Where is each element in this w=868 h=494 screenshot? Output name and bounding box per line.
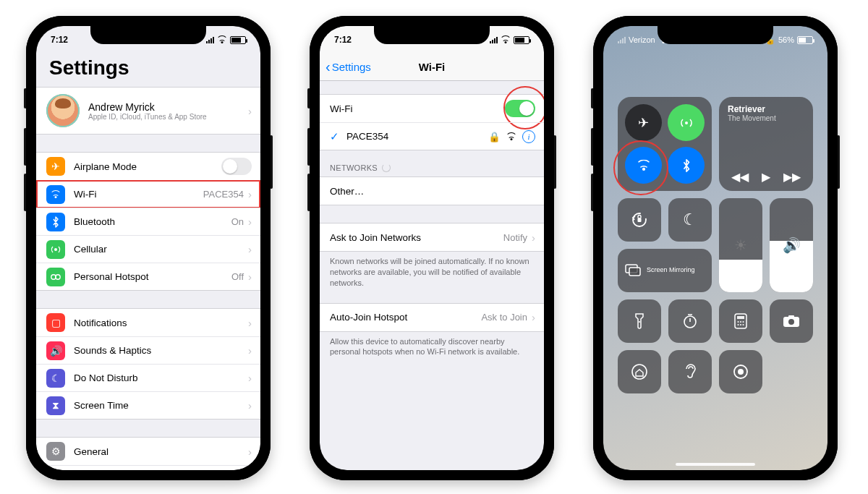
lock-icon: 🔒: [488, 131, 501, 142]
screen-record-button[interactable]: [719, 350, 762, 393]
volume-slider[interactable]: 🔊: [770, 198, 813, 292]
status-time: 7:12: [51, 35, 68, 45]
ask-to-join-row[interactable]: Ask to Join Networks Notify ›: [320, 223, 544, 251]
personal-hotspot-row[interactable]: Personal Hotspot Off ›: [36, 263, 260, 290]
home-button[interactable]: [618, 350, 661, 393]
apple-id-row[interactable]: Andrew Myrick Apple ID, iCloud, iTunes &…: [36, 88, 260, 134]
bluetooth-icon: [46, 213, 65, 231]
wifi-toggle-row[interactable]: Wi-Fi: [320, 95, 544, 122]
screen-time-row[interactable]: ⧗ Screen Time ›: [36, 391, 260, 419]
wifi-switch[interactable]: [505, 100, 535, 117]
media-title: Retriever: [728, 104, 804, 114]
general-group: ⚙ General › ☰ Control Center ›: [36, 437, 260, 470]
hearing-button[interactable]: [668, 350, 712, 393]
wifi-icon: [46, 185, 65, 204]
status-time: 7:12: [334, 35, 352, 45]
networks-header: NETWORKS: [320, 150, 544, 176]
orientation-lock-button[interactable]: [618, 198, 661, 242]
home-indicator[interactable]: [676, 463, 755, 466]
svg-point-0: [54, 248, 57, 251]
svg-point-13: [740, 321, 741, 323]
svg-point-19: [788, 319, 794, 325]
chevron-right-icon: ›: [248, 243, 252, 255]
chevron-left-icon: ‹: [326, 59, 331, 75]
volume-icon: 🔊: [783, 237, 801, 254]
bluetooth-row[interactable]: Bluetooth On ›: [36, 208, 260, 235]
nav-title: Wi-Fi: [419, 61, 446, 73]
chevron-right-icon: ›: [248, 105, 252, 117]
svg-rect-20: [788, 315, 794, 318]
airplane-mode-switch[interactable]: [221, 158, 252, 175]
notifications-row[interactable]: ▢ Notifications ›: [36, 309, 260, 336]
svg-point-8: [639, 321, 640, 323]
sounds-row[interactable]: 🔊 Sounds & Haptics ›: [36, 336, 260, 364]
back-button[interactable]: ‹ Settings: [326, 59, 371, 75]
wifi-button[interactable]: [625, 147, 662, 184]
play-icon[interactable]: ▶: [762, 170, 770, 184]
general-row[interactable]: ⚙ General ›: [36, 438, 260, 465]
ask-group: Ask to Join Networks Notify ›: [320, 223, 544, 252]
profile-name: Andrew Myrick: [88, 101, 248, 113]
media-artist: The Movement: [728, 114, 804, 122]
auto-join-hotspot-row[interactable]: Auto-Join Hotspot Ask to Join ›: [320, 304, 544, 331]
brightness-slider[interactable]: ☀: [719, 198, 762, 292]
svg-point-15: [738, 324, 739, 325]
cellular-data-button[interactable]: [668, 104, 705, 141]
moon-icon: ☾: [46, 369, 65, 388]
timer-button[interactable]: [668, 299, 712, 343]
hourglass-icon: ⧗: [46, 396, 65, 415]
hotspot-icon: [46, 268, 65, 286]
battery-icon: [230, 36, 246, 44]
connected-network-row[interactable]: ✓ PACE354 🔒 i: [320, 122, 544, 150]
gear-icon: ⚙: [46, 442, 65, 461]
notifications-icon: ▢: [46, 313, 65, 332]
flashlight-button[interactable]: [618, 299, 661, 343]
alerts-group: ▢ Notifications › 🔊 Sounds & Haptics › ☾…: [36, 308, 260, 420]
control-center-row[interactable]: ☰ Control Center ›: [36, 465, 260, 470]
antenna-icon: [46, 240, 65, 259]
svg-point-21: [632, 365, 647, 379]
dnd-row[interactable]: ☾ Do Not Disturb ›: [36, 364, 260, 391]
info-icon[interactable]: i: [522, 130, 535, 143]
airplane-mode-row[interactable]: ✈ Airplane Mode: [36, 153, 260, 180]
battery-icon: [514, 36, 529, 44]
svg-point-17: [743, 324, 744, 325]
wifi-icon: [501, 36, 511, 43]
forward-icon[interactable]: ▶▶: [783, 170, 801, 184]
page-title: Settings: [36, 54, 260, 87]
nav-bar: ‹ Settings Wi-Fi: [320, 54, 544, 81]
do-not-disturb-button[interactable]: ☾: [668, 198, 712, 242]
wifi-row[interactable]: Wi-Fi PACE354 ›: [36, 180, 260, 208]
connectivity-tile: ✈: [618, 97, 712, 191]
other-network-row[interactable]: Other…: [320, 177, 544, 205]
avatar-icon: [46, 94, 80, 127]
media-tile[interactable]: Retriever The Movement ◀◀ ▶ ▶▶: [719, 97, 813, 191]
cellular-row[interactable]: Cellular ›: [36, 235, 260, 263]
svg-point-23: [738, 369, 744, 375]
carrier-label: Verizon: [629, 35, 655, 44]
screen-mirroring-button[interactable]: Screen Mirroring: [618, 249, 712, 292]
sliders-icon: ☰: [46, 470, 65, 471]
networks-group: Other…: [320, 176, 544, 205]
screen-mirroring-icon: [625, 264, 641, 277]
cellular-signal-icon: [490, 36, 498, 43]
calculator-button[interactable]: [719, 299, 762, 343]
chevron-right-icon: ›: [248, 188, 252, 200]
profile-group: Andrew Myrick Apple ID, iCloud, iTunes &…: [36, 87, 260, 135]
phone-settings: 7:12 Settings Andrew Myrick Apple ID, iC…: [26, 16, 271, 480]
phone-control-center: Verizon 🔒 56% ✈: [593, 16, 838, 480]
bluetooth-button[interactable]: [668, 147, 705, 184]
cellular-signal-icon: [206, 36, 214, 43]
svg-point-12: [738, 321, 739, 323]
svg-rect-5: [638, 218, 642, 222]
wifi-toggle-group: Wi-Fi ✓ PACE354 🔒 i: [320, 94, 544, 150]
checkmark-icon: ✓: [330, 130, 339, 143]
airplane-icon: ✈: [46, 157, 65, 176]
battery-label: 56%: [778, 35, 794, 44]
svg-point-14: [743, 321, 744, 323]
airplane-mode-button[interactable]: ✈: [625, 104, 662, 141]
brightness-icon: ☀: [734, 237, 747, 254]
rewind-icon[interactable]: ◀◀: [731, 170, 749, 184]
phone-wifi-settings: 7:12 ‹ Settings Wi-Fi Wi-Fi ✓ PACE: [310, 16, 554, 480]
camera-button[interactable]: [770, 299, 813, 343]
